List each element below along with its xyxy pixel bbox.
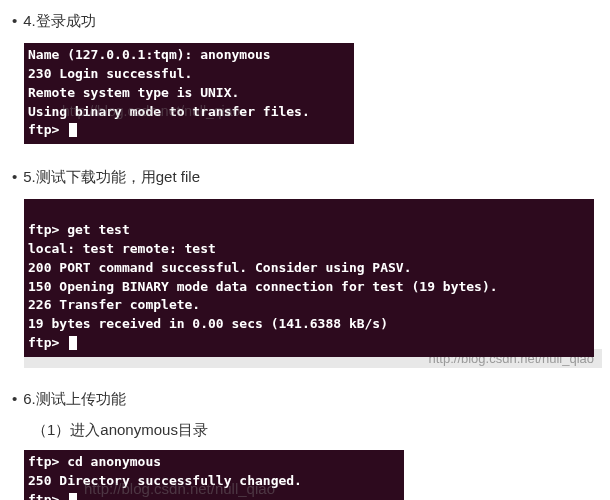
term1-line2: 230 Login successful. xyxy=(28,66,192,81)
step-4-title: 4.登录成功 xyxy=(23,12,96,29)
terminal-cd: ftp> cd anonymous 250 Directory successf… xyxy=(24,450,404,500)
step-6-sub1: （1）进入anonymous目录 xyxy=(32,421,598,440)
step-6-title: 6.测试上传功能 xyxy=(23,390,126,407)
bullet-icon: • xyxy=(12,390,17,407)
term2-line4: 150 Opening BINARY mode data connection … xyxy=(28,279,498,294)
term1-prompt: ftp> xyxy=(28,122,59,137)
term1-line4: Using binary mode to transfer files. xyxy=(28,104,310,119)
term2-prompt: ftp> xyxy=(28,335,59,350)
step-6-heading: •6.测试上传功能 xyxy=(12,390,598,409)
cursor-icon xyxy=(69,493,77,500)
term3-prompt: ftp> xyxy=(28,492,59,500)
term3-line1: ftp> cd anonymous xyxy=(28,454,161,469)
step-5-title: 5.测试下载功能，用get file xyxy=(23,168,200,185)
cursor-icon xyxy=(69,336,77,350)
terminal-login: Name (127.0.0.1:tqm): anonymous 230 Logi… xyxy=(24,43,354,144)
step-5-heading: •5.测试下载功能，用get file xyxy=(12,168,598,187)
bullet-icon: • xyxy=(12,168,17,185)
step-4-heading: •4.登录成功 xyxy=(12,12,598,31)
cursor-icon xyxy=(69,123,77,137)
term2-line6: 19 bytes received in 0.00 secs (141.6388… xyxy=(28,316,388,331)
term2-line1: ftp> get test xyxy=(28,222,130,237)
terminal-download: ftp> get test local: test remote: test 2… xyxy=(24,199,594,357)
term2-line2: local: test remote: test xyxy=(28,241,216,256)
term3-line2: 250 Directory successfully changed. xyxy=(28,473,302,488)
term1-line3: Remote system type is UNIX. xyxy=(28,85,239,100)
term1-line1: Name (127.0.0.1:tqm): anonymous xyxy=(28,47,271,62)
bullet-icon: • xyxy=(12,12,17,29)
term2-line3: 200 PORT command successful. Consider us… xyxy=(28,260,412,275)
term2-line5: 226 Transfer complete. xyxy=(28,297,200,312)
